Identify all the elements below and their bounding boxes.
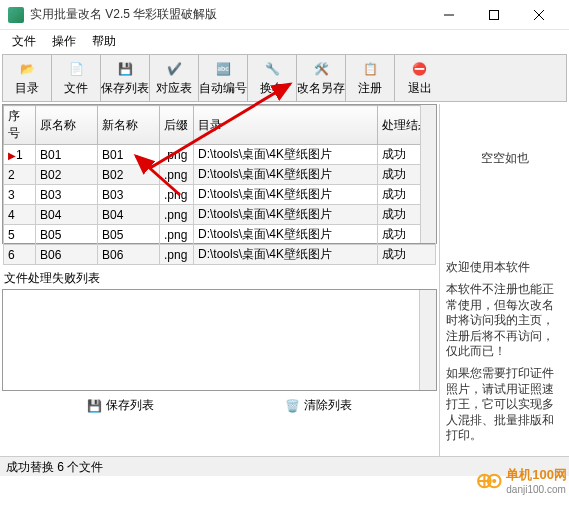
toolbar-register-label: 注册	[358, 80, 382, 97]
toolbar-map[interactable]: ✔️对应表	[150, 55, 199, 101]
toolbar-saveas[interactable]: 🛠️改名另存	[297, 55, 346, 101]
menubar: 文件 操作 帮助	[0, 30, 569, 52]
col-dir[interactable]: 目录	[194, 106, 378, 145]
col-ext[interactable]: 后缀	[160, 106, 194, 145]
save-list-button[interactable]: 💾保存列表	[81, 395, 160, 416]
watermark-logo-icon	[476, 472, 504, 490]
clear-icon: 🗑️	[285, 399, 300, 413]
toolbar: 📂目录 📄文件 💾保存列表 ✔️对应表 🔤自动编号 🔧换名 🛠️改名另存 📋注册…	[2, 54, 567, 102]
folder-open-icon: 📂	[17, 59, 37, 79]
cell-newname: B03	[98, 185, 160, 205]
menu-operate[interactable]: 操作	[44, 31, 84, 52]
toolbar-exit[interactable]: ⛔退出	[395, 55, 444, 101]
cell-dir: D:\tools\桌面\4K壁纸图片	[194, 245, 378, 265]
table-row[interactable]: 5B05B05.pngD:\tools\桌面\4K壁纸图片成功	[4, 225, 436, 245]
cell-index: 4	[4, 205, 36, 225]
cell-ext: .png	[160, 185, 194, 205]
side-note1: 本软件不注册也能正常使用，但每次改名时将访问我的主页，注册后将不再访问，仅此而已…	[446, 282, 563, 360]
cell-dir: D:\tools\桌面\4K壁纸图片	[194, 205, 378, 225]
saveas-icon: 🛠️	[311, 59, 331, 79]
app-icon	[8, 7, 24, 23]
files-icon: 📄	[66, 59, 86, 79]
toolbar-files-label: 文件	[64, 80, 88, 97]
table-row[interactable]: 6B06B06.pngD:\tools\桌面\4K壁纸图片成功	[4, 245, 436, 265]
cell-ext: .png	[160, 205, 194, 225]
cell-index: ▶1	[4, 145, 36, 165]
titlebar: 实用批量改名 V2.5 华彩联盟破解版	[0, 0, 569, 30]
toolbar-rename[interactable]: 🔧换名	[248, 55, 297, 101]
register-icon: 📋	[360, 59, 380, 79]
toolbar-register[interactable]: 📋注册	[346, 55, 395, 101]
cell-newname: B02	[98, 165, 160, 185]
cell-ext: .png	[160, 245, 194, 265]
cell-newname: B04	[98, 205, 160, 225]
cell-index: 3	[4, 185, 36, 205]
file-table[interactable]: 序号 原名称 新名称 后缀 目录 处理结果 ▶1B01B01.pngD:\too…	[2, 104, 437, 244]
cell-dir: D:\tools\桌面\4K壁纸图片	[194, 165, 378, 185]
cell-oldname: B04	[36, 205, 98, 225]
svg-rect-1	[489, 10, 498, 19]
toolbar-map-label: 对应表	[156, 80, 192, 97]
toolbar-saveas-label: 改名另存	[297, 80, 345, 97]
watermark-brand: 单机100网	[506, 466, 567, 484]
svg-point-8	[492, 478, 496, 482]
scrollbar[interactable]	[420, 105, 436, 243]
cell-index: 5	[4, 225, 36, 245]
close-button[interactable]	[516, 0, 561, 30]
cell-oldname: B03	[36, 185, 98, 205]
menu-help[interactable]: 帮助	[84, 31, 124, 52]
clear-list-label: 清除列表	[304, 397, 352, 414]
watermark-url: danji100.com	[506, 484, 567, 495]
window-title: 实用批量改名 V2.5 华彩联盟破解版	[30, 6, 426, 23]
minimize-button[interactable]	[426, 0, 471, 30]
toolbar-autonum-label: 自动编号	[199, 80, 247, 97]
col-oldname[interactable]: 原名称	[36, 106, 98, 145]
side-empty-text: 空空如也	[446, 110, 563, 260]
fail-list[interactable]	[2, 289, 437, 391]
cell-newname: B06	[98, 245, 160, 265]
toolbar-dir-label: 目录	[15, 80, 39, 97]
toolbar-rename-label: 换名	[260, 80, 284, 97]
watermark: 单机100网 danji100.com	[476, 466, 567, 495]
col-newname[interactable]: 新名称	[98, 106, 160, 145]
cell-ext: .png	[160, 165, 194, 185]
menu-file[interactable]: 文件	[4, 31, 44, 52]
cell-result: 成功	[378, 245, 436, 265]
save-list-label: 保存列表	[106, 397, 154, 414]
cell-oldname: B05	[36, 225, 98, 245]
toolbar-savelist-label: 保存列表	[101, 80, 149, 97]
table-row[interactable]: ▶1B01B01.pngD:\tools\桌面\4K壁纸图片成功	[4, 145, 436, 165]
toolbar-exit-label: 退出	[408, 80, 432, 97]
cell-dir: D:\tools\桌面\4K壁纸图片	[194, 185, 378, 205]
save-icon: 💾	[115, 59, 135, 79]
side-welcome: 欢迎使用本软件	[446, 260, 563, 276]
cell-index: 6	[4, 245, 36, 265]
col-index[interactable]: 序号	[4, 106, 36, 145]
check-icon: ✔️	[164, 59, 184, 79]
abc-icon: 🔤	[213, 59, 233, 79]
toolbar-autonum[interactable]: 🔤自动编号	[199, 55, 248, 101]
save-icon: 💾	[87, 399, 102, 413]
toolbar-dir[interactable]: 📂目录	[3, 55, 52, 101]
cell-oldname: B06	[36, 245, 98, 265]
toolbar-savelist[interactable]: 💾保存列表	[101, 55, 150, 101]
toolbar-files[interactable]: 📄文件	[52, 55, 101, 101]
cell-oldname: B02	[36, 165, 98, 185]
cell-ext: .png	[160, 225, 194, 245]
cell-dir: D:\tools\桌面\4K壁纸图片	[194, 225, 378, 245]
fail-list-label: 文件处理失败列表	[2, 270, 437, 287]
cell-newname: B05	[98, 225, 160, 245]
cell-index: 2	[4, 165, 36, 185]
maximize-button[interactable]	[471, 0, 516, 30]
cell-oldname: B01	[36, 145, 98, 165]
exit-icon: ⛔	[410, 59, 430, 79]
clear-list-button[interactable]: 🗑️清除列表	[279, 395, 358, 416]
table-row[interactable]: 2B02B02.pngD:\tools\桌面\4K壁纸图片成功	[4, 165, 436, 185]
rename-icon: 🔧	[262, 59, 282, 79]
cell-ext: .png	[160, 145, 194, 165]
cell-dir: D:\tools\桌面\4K壁纸图片	[194, 145, 378, 165]
table-row[interactable]: 3B03B03.pngD:\tools\桌面\4K壁纸图片成功	[4, 185, 436, 205]
side-note2: 如果您需要打印证件照片，请试用证照速打王，它可以实现多人混排、批量排版和打印。	[446, 366, 563, 444]
table-row[interactable]: 4B04B04.pngD:\tools\桌面\4K壁纸图片成功	[4, 205, 436, 225]
side-panel: 空空如也 欢迎使用本软件 本软件不注册也能正常使用，但每次改名时将访问我的主页，…	[439, 104, 569, 456]
